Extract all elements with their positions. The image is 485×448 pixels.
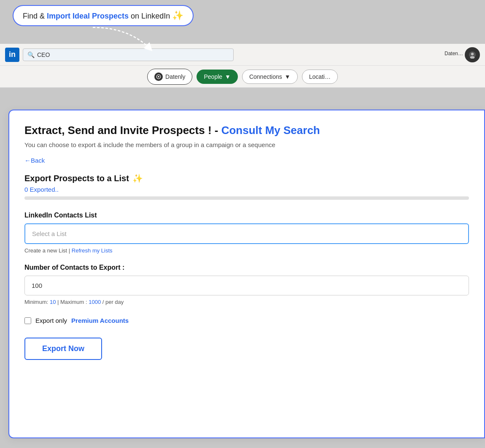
linkedin-contacts-label: LinkedIn Contacts List — [24, 212, 469, 219]
location-nav-label: Locati… — [309, 73, 331, 80]
speech-bubble-prefix: Find & — [23, 12, 47, 20]
connections-nav-label: Connections — [249, 73, 282, 80]
datenly-nav-label: Datenly — [165, 73, 185, 80]
refresh-lists-link[interactable]: Refresh my Lists — [72, 247, 113, 254]
limits-text: Minimum: 10 | Maximum : 1000 / per day — [24, 299, 469, 305]
linkedin-topbar: in 🔍 Daten… — [0, 44, 485, 66]
datenly-circle-icon — [154, 72, 163, 81]
people-nav-button[interactable]: People ▼ — [197, 70, 237, 84]
contacts-label: Number of Contacts to Export : — [24, 264, 469, 271]
list-select[interactable]: Select a List — [24, 223, 469, 244]
helper-text: Create a new List | Refresh my Lists — [24, 247, 469, 254]
max-value: 1000 — [89, 299, 101, 305]
contacts-input[interactable] — [24, 276, 469, 295]
export-now-button[interactable]: Export Now — [24, 338, 102, 360]
limits-suffix: / per day — [101, 299, 124, 305]
section-title-text: Export Prospects to a List — [24, 174, 129, 183]
linkedin-logo: in — [5, 48, 19, 62]
search-icon: 🔍 — [27, 51, 35, 58]
people-nav-label: People — [204, 73, 222, 80]
speech-bubble-suffix: on LinkedIn — [129, 12, 170, 20]
panel-title-prefix: Extract, Send and Invite Prospects ! - — [24, 124, 221, 137]
panel-title: Extract, Send and Invite Prospects ! - C… — [24, 124, 469, 137]
connections-nav-button[interactable]: Connections ▼ — [242, 70, 298, 84]
datenly-nav-button[interactable]: Datenly — [147, 69, 192, 85]
premium-checkbox-row: Export only Premium Accounts — [24, 317, 469, 324]
checkbox-prefix: Export only — [35, 317, 67, 324]
dashed-arrow — [84, 23, 177, 57]
premium-label: Premium Accounts — [71, 317, 129, 324]
premium-checkbox[interactable] — [24, 317, 31, 324]
back-link[interactable]: ←Back — [24, 157, 45, 164]
limits-prefix: Minimum: — [24, 299, 50, 305]
speech-bubble: Find & Import Ideal Prospects on LinkedI… — [13, 5, 194, 26]
connections-chevron-icon: ▼ — [285, 73, 291, 80]
svg-point-4 — [158, 76, 159, 78]
exported-count: 0 Exported.. — [24, 186, 469, 193]
linkedin-navbar: Datenly People ▼ Connections ▼ Locati… — [0, 66, 485, 88]
section-sparkle-icon: ✨ — [132, 173, 143, 183]
consult-my-search-link[interactable]: Consult My Search — [221, 124, 320, 137]
limits-middle: | Maximum : — [56, 299, 89, 305]
datenly-avatar-top — [465, 47, 480, 62]
location-nav-button[interactable]: Locati… — [302, 70, 338, 84]
svg-point-1 — [471, 53, 474, 55]
section-title: Export Prospects to a List ✨ — [24, 173, 469, 183]
main-panel: Extract, Send and Invite Prospects ! - C… — [8, 110, 485, 438]
progress-bar-container — [24, 196, 469, 200]
speech-bubble-highlight: Import Ideal Prospects — [47, 12, 129, 20]
sparkle-icon: ✨ — [172, 10, 183, 21]
min-value: 10 — [50, 299, 56, 305]
create-list-text: Create a new List | — [24, 247, 72, 254]
people-chevron-icon: ▼ — [225, 73, 231, 80]
datenly-top-label: Daten… — [445, 51, 463, 56]
panel-subtitle: You can choose to export & include the m… — [24, 141, 469, 148]
